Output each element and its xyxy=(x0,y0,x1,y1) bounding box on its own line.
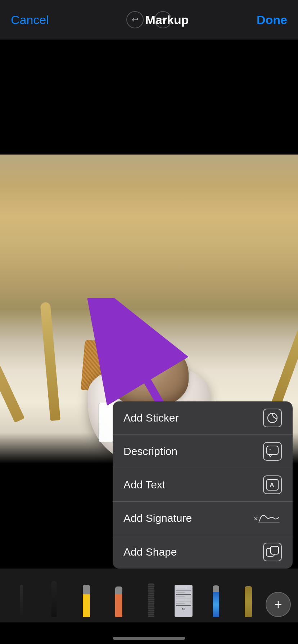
pen-dark-body xyxy=(148,583,154,617)
pen-medium-body xyxy=(51,581,57,617)
ice-cream-scoop xyxy=(109,341,189,406)
menu-item-add-shape[interactable]: Add Shape xyxy=(113,535,293,569)
description-icon: " " xyxy=(263,442,282,461)
drawing-toolbar: 50 xyxy=(0,569,298,622)
ruler-body: 50 xyxy=(175,585,193,617)
tool-pen-blue[interactable] xyxy=(202,574,230,617)
tool-pen-medium[interactable] xyxy=(40,574,68,617)
wooden-spoon-2 xyxy=(40,302,60,421)
wooden-spoon-1 xyxy=(0,304,25,423)
add-tool-button[interactable]: + xyxy=(266,592,291,617)
pen-thin-body xyxy=(20,585,23,617)
plus-icon: + xyxy=(274,597,282,612)
menu-item-description[interactable]: Description " " xyxy=(113,435,293,468)
page-title: Markup xyxy=(145,13,189,27)
menu-item-add-text[interactable]: Add Text A xyxy=(113,468,293,502)
undo-icon: ↩ xyxy=(132,15,138,24)
menu-item-add-signature[interactable]: Add Signature × xyxy=(113,502,293,535)
pen-yellow-body xyxy=(83,585,90,617)
menu-item-add-sticker[interactable]: Add Sticker xyxy=(113,401,293,435)
add-signature-label: Add Signature xyxy=(123,512,192,524)
navigation-bar: Cancel ↩ ↪ Markup Done xyxy=(0,0,298,40)
svg-text:×: × xyxy=(254,515,258,523)
svg-rect-9 xyxy=(271,546,279,554)
image-top-black xyxy=(0,40,298,155)
ruler-markings: 50 xyxy=(175,587,192,611)
add-shape-label: Add Shape xyxy=(123,546,177,558)
home-indicator xyxy=(113,637,185,640)
undo-button[interactable]: ↩ xyxy=(126,11,144,28)
text-icon: A xyxy=(263,475,282,494)
add-text-label: Add Text xyxy=(123,479,165,491)
context-menu: Add Sticker Description " " Add Text xyxy=(113,401,293,569)
tool-pen-gold[interactable] xyxy=(234,574,263,617)
pen-blue-body xyxy=(213,585,219,617)
shape-icon xyxy=(263,543,282,561)
description-label: Description xyxy=(123,445,177,457)
cancel-button[interactable]: Cancel xyxy=(11,13,49,27)
svg-rect-2 xyxy=(267,446,278,455)
tool-pen-dark[interactable] xyxy=(137,574,166,617)
pen-gold-body xyxy=(245,586,252,617)
svg-text:": " xyxy=(269,447,271,453)
add-sticker-label: Add Sticker xyxy=(123,412,179,424)
svg-text:A: A xyxy=(270,482,274,489)
done-button[interactable]: Done xyxy=(257,13,287,27)
tool-pen-thin[interactable] xyxy=(7,574,36,617)
signature-icon: × xyxy=(253,509,282,528)
tool-pen-orange[interactable] xyxy=(104,574,133,617)
pen-orange-body xyxy=(115,586,122,617)
svg-text:": " xyxy=(274,447,275,453)
sticker-icon xyxy=(263,409,282,427)
tool-ruler[interactable]: 50 xyxy=(169,574,198,617)
tool-pen-yellow[interactable] xyxy=(72,574,101,617)
